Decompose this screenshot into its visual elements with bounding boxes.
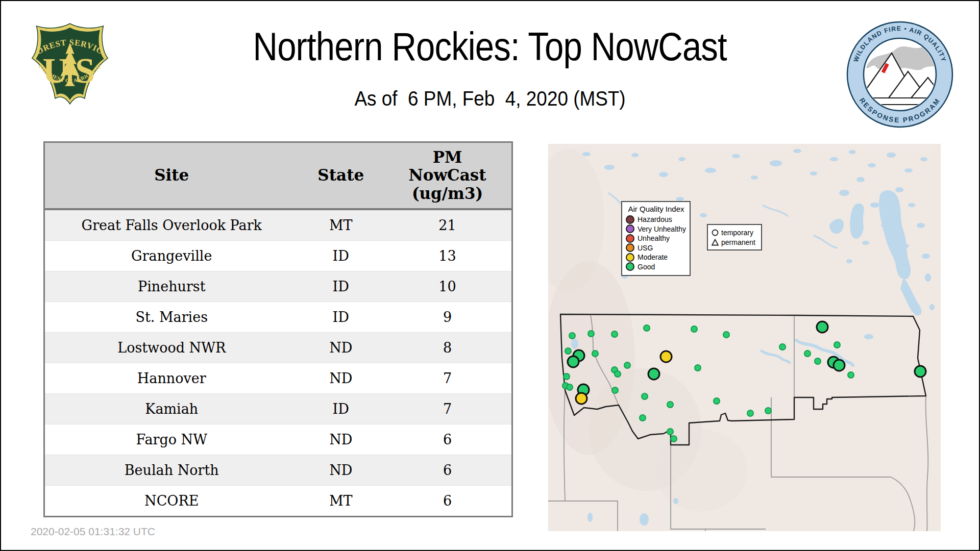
cell-pm-value: 21 — [383, 209, 512, 241]
table-row: Fargo NWND6 — [44, 424, 512, 455]
col-header-site: Site — [44, 142, 299, 210]
cell-state: ND — [299, 363, 384, 394]
monitor-dot-large[interactable] — [567, 356, 580, 368]
slide: FOREST SERVICE DEPARTMENT OF AGRICULTURE… — [0, 0, 980, 551]
monitor-dot-small[interactable] — [614, 370, 621, 378]
cell-site: Beulah North — [44, 455, 299, 486]
cell-site: Hannover — [44, 363, 299, 394]
cell-pm-value: 8 — [383, 333, 512, 363]
cell-pm-value: 7 — [383, 363, 512, 394]
cell-pm-value: 6 — [383, 424, 512, 455]
marker-layer — [548, 144, 941, 531]
air-quality-map[interactable]: Air Quality Index HazardousVery Unhealth… — [548, 144, 941, 531]
monitor-dot-large[interactable] — [575, 392, 588, 405]
monitor-dot-small[interactable] — [624, 362, 631, 369]
monitor-dot-large[interactable] — [833, 359, 846, 372]
cell-site: Great Falls Overlook Park — [44, 209, 299, 241]
table-row: PinehurstID10 — [44, 271, 512, 302]
monitor-dot-small[interactable] — [587, 330, 595, 337]
cell-state: ND — [299, 455, 384, 486]
usfs-shield-icon: FOREST SERVICE DEPARTMENT OF AGRICULTURE… — [30, 18, 110, 109]
page-title: Northern Rockies: Top NowCast — [253, 23, 727, 70]
table-row: GrangevilleID13 — [44, 241, 512, 271]
monitor-dot-small[interactable] — [565, 347, 572, 355]
monitor-dot-large[interactable] — [648, 368, 660, 381]
monitor-dot-small[interactable] — [814, 358, 821, 365]
cell-site: Kamiah — [44, 394, 299, 424]
table-row: Great Falls Overlook ParkMT21 — [44, 209, 512, 241]
cell-state: MT — [299, 209, 384, 241]
monitor-dot-large[interactable] — [816, 321, 829, 334]
table-header-row: Site State PMNowCast(ug/m3) — [44, 142, 512, 210]
cell-state: ID — [299, 241, 384, 271]
monitor-dot-small[interactable] — [747, 410, 754, 417]
monitor-dot-small[interactable] — [723, 331, 730, 338]
cell-state: ID — [299, 302, 384, 333]
cell-state: ND — [299, 424, 384, 455]
col-header-state: State — [299, 142, 384, 210]
monitor-dot-small[interactable] — [804, 350, 811, 357]
monitor-dot-small[interactable] — [611, 387, 619, 394]
monitor-dot-small[interactable] — [691, 325, 698, 333]
cell-pm-value: 6 — [383, 486, 512, 517]
monitor-dot-small[interactable] — [641, 393, 648, 400]
monitor-dot-small[interactable] — [694, 364, 701, 371]
monitor-dot-small[interactable] — [643, 324, 650, 332]
wfaqrp-circle-icon: WILDLAND FIRE • AIR QUALITY RESPONSE PRO… — [846, 20, 954, 129]
cell-pm-value: 10 — [383, 271, 512, 302]
monitor-dot-small[interactable] — [639, 414, 646, 421]
usfs-logo: FOREST SERVICE DEPARTMENT OF AGRICULTURE… — [30, 18, 110, 111]
cell-state: ID — [299, 271, 384, 302]
cell-state: ND — [299, 333, 384, 363]
table-row: Beulah NorthND6 — [44, 455, 512, 486]
generated-timestamp: 2020-02-05 01:31:32 UTC — [31, 525, 155, 538]
monitor-dot-small[interactable] — [834, 341, 841, 348]
monitor-dot-small[interactable] — [566, 384, 573, 391]
cell-site: Lostwood NWR — [44, 333, 299, 363]
cell-pm-value: 7 — [383, 394, 512, 424]
monitor-dot-small[interactable] — [670, 435, 677, 442]
monitor-dot-small[interactable] — [667, 401, 674, 408]
usfs-monogram-s: S — [75, 51, 95, 90]
monitor-dot-large[interactable] — [914, 365, 927, 378]
cell-pm-value: 6 — [383, 455, 512, 486]
table-row: NCOREMT6 — [44, 486, 512, 517]
monitor-dot-small[interactable] — [779, 343, 786, 350]
cell-state: MT — [299, 486, 384, 517]
cell-pm-value: 9 — [383, 302, 512, 333]
monitor-dot-large[interactable] — [660, 350, 673, 363]
cell-site: Pinehurst — [44, 271, 299, 302]
wfaqrp-logo: WILDLAND FIRE • AIR QUALITY RESPONSE PRO… — [846, 20, 954, 131]
cell-site: St. Maries — [44, 302, 299, 333]
monitor-dot-small[interactable] — [611, 331, 618, 338]
monitor-dot-small[interactable] — [765, 407, 772, 414]
col-header-pm: PMNowCast(ug/m3) — [383, 142, 512, 210]
table-row: St. MariesID9 — [44, 302, 512, 333]
monitor-dot-small[interactable] — [592, 350, 599, 357]
monitor-dot-small[interactable] — [847, 371, 854, 379]
cell-site: Grangeville — [44, 241, 299, 271]
table-row: HannoverND7 — [44, 363, 512, 394]
cell-site: Fargo NW — [44, 424, 299, 455]
nowcast-table-body: Great Falls Overlook ParkMT21Grangeville… — [44, 209, 512, 517]
monitor-dot-small[interactable] — [667, 428, 674, 435]
monitor-dot-small[interactable] — [713, 397, 720, 405]
cell-state: ID — [299, 394, 384, 424]
table-row: KamiahID7 — [44, 394, 512, 424]
nowcast-table: Site State PMNowCast(ug/m3) Great Falls … — [43, 141, 513, 517]
monitor-dot-small[interactable] — [563, 373, 570, 380]
page-subtitle: As of 6 PM, Feb 4, 2020 (MST) — [354, 87, 625, 111]
table-row: Lostwood NWRND8 — [44, 333, 512, 363]
monitor-dot-small[interactable] — [569, 332, 576, 339]
cell-site: NCORE — [44, 486, 299, 517]
cell-pm-value: 13 — [383, 241, 512, 271]
